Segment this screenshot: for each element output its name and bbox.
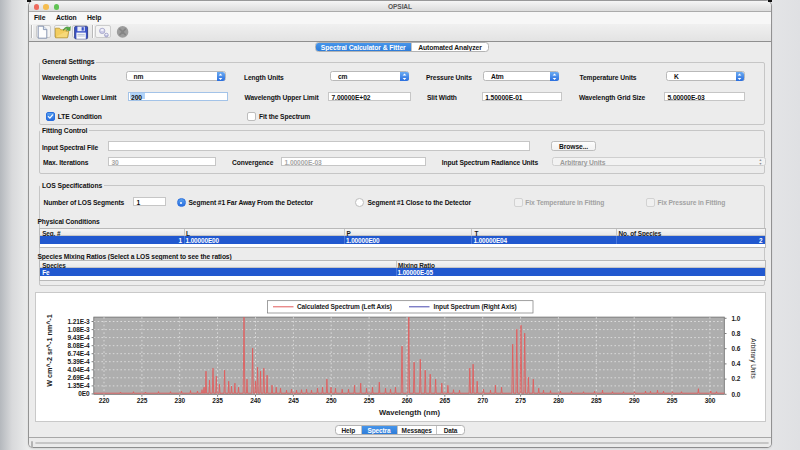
svg-text:285: 285 (591, 397, 602, 404)
svg-text:295: 295 (666, 397, 677, 404)
svg-text:5.39E-4: 5.39E-4 (67, 357, 90, 364)
svg-text:230: 230 (174, 397, 185, 404)
svg-text:270: 270 (477, 397, 488, 404)
svg-text:265: 265 (439, 397, 450, 404)
svg-text:255: 255 (363, 397, 374, 404)
svg-text:220: 220 (98, 397, 109, 404)
svg-text:1.35E-4: 1.35E-4 (67, 382, 90, 389)
svg-text:1.21E-3: 1.21E-3 (67, 317, 90, 324)
svg-text:2.69E-4: 2.69E-4 (67, 374, 90, 381)
svg-text:9.43E-4: 9.43E-4 (67, 333, 90, 340)
svg-text:0.2: 0.2 (731, 375, 740, 382)
svg-text:280: 280 (553, 397, 564, 404)
svg-text:W cm^-2 sr^-1 nm^-1: W cm^-2 sr^-1 nm^-1 (45, 314, 54, 387)
svg-text:290: 290 (628, 397, 639, 404)
svg-text:250: 250 (325, 397, 336, 404)
svg-text:245: 245 (288, 397, 299, 404)
svg-text:240: 240 (250, 397, 261, 404)
svg-text:Input Spectrum (Right Axis): Input Spectrum (Right Axis) (433, 303, 516, 311)
svg-text:235: 235 (212, 397, 223, 404)
svg-text:225: 225 (136, 397, 147, 404)
svg-text:0.0: 0.0 (731, 390, 740, 397)
svg-text:1.0: 1.0 (731, 314, 740, 321)
svg-text:300: 300 (704, 397, 715, 404)
svg-text:Arbitrary Units: Arbitrary Units (749, 338, 757, 378)
svg-text:0E0: 0E0 (78, 390, 90, 397)
svg-text:1.08E-3: 1.08E-3 (67, 325, 90, 332)
svg-text:260: 260 (401, 397, 412, 404)
svg-text:Wavelength (nm): Wavelength (nm) (379, 407, 440, 416)
svg-text:0.8: 0.8 (731, 329, 740, 336)
svg-text:8.08E-4: 8.08E-4 (67, 341, 90, 348)
svg-text:0.4: 0.4 (731, 360, 740, 367)
svg-text:275: 275 (515, 397, 526, 404)
svg-text:4.04E-4: 4.04E-4 (67, 366, 90, 373)
svg-text:0.6: 0.6 (731, 344, 740, 351)
svg-text:Calculated Spectrum (Left Axis: Calculated Spectrum (Left Axis) (297, 303, 392, 311)
svg-text:6.74E-4: 6.74E-4 (67, 349, 90, 356)
